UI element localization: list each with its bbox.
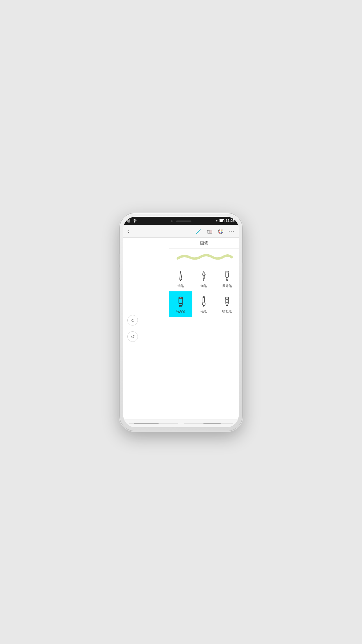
eraser-tool-button[interactable] (206, 228, 213, 235)
battery-icon (219, 219, 224, 222)
marker-icon (175, 296, 186, 307)
brush-item-ballpen[interactable]: 圆珠笔 (215, 266, 239, 291)
scroll-track-left[interactable] (129, 423, 178, 424)
bluetooth-icon: ✦ (215, 219, 218, 223)
pen-icon (198, 270, 209, 282)
brush-item-marker[interactable]: 马克笔 (169, 291, 192, 317)
brush-preview-area (169, 249, 239, 266)
pencil-icon (175, 270, 186, 282)
main-content: ↻ ↺ 画笔 (123, 238, 239, 419)
status-time: 11:25 (226, 219, 235, 223)
svg-point-31 (203, 305, 205, 307)
svg-point-37 (227, 305, 228, 306)
scroll-track-right[interactable] (184, 423, 233, 424)
svg-point-12 (221, 232, 222, 233)
svg-text:0: 0 (227, 300, 228, 302)
svg-rect-21 (226, 271, 229, 277)
toolbar-left: ‹ (127, 227, 132, 236)
back-button[interactable]: ‹ (127, 227, 132, 236)
toolbar: ‹ (123, 225, 239, 238)
eraser-icon (206, 228, 213, 235)
scroll-thumb-right (203, 423, 221, 424)
more-button[interactable]: ··· (229, 228, 235, 234)
svg-point-4 (134, 222, 135, 223)
panel-title: 画笔 (169, 238, 239, 249)
svg-rect-30 (203, 297, 205, 298)
brush-item-brush[interactable]: 毛笔 (192, 291, 216, 317)
phone-frame: ✦ 11:25 ‹ (120, 213, 242, 431)
bottom-scrollbars (123, 419, 239, 427)
brush-label-marker: 马克笔 (176, 309, 185, 314)
action-buttons: ↻ ↺ (127, 315, 138, 342)
brush-item-spray[interactable]: 0 喷枪笔 (215, 291, 239, 317)
svg-point-36 (226, 305, 227, 306)
brush-panel: 画笔 (169, 238, 239, 419)
undo-button[interactable]: ↺ (127, 331, 138, 342)
svg-rect-24 (226, 272, 229, 273)
palette-icon (217, 228, 224, 235)
redo-button[interactable]: ↻ (127, 315, 138, 326)
scroll-thumb-left (134, 423, 159, 424)
spray-icon: 0 (222, 296, 232, 307)
maobi-icon (198, 296, 209, 307)
brush-item-pen[interactable]: 钢笔 (192, 266, 216, 291)
phone-screen: ✦ 11:25 ‹ (123, 217, 239, 427)
canvas-area[interactable]: ↻ ↺ (123, 238, 169, 419)
svg-rect-33 (226, 297, 229, 300)
brush-label-spray: 喷枪笔 (222, 309, 232, 314)
palette-tool-button[interactable] (217, 228, 224, 235)
status-right-icons: ✦ 11:25 (215, 219, 235, 223)
svg-point-13 (219, 232, 220, 233)
svg-point-28 (180, 297, 181, 298)
svg-point-23 (227, 281, 227, 281)
undo-icon: ↺ (131, 334, 135, 340)
camera-dot (171, 220, 173, 222)
brush-stroke-preview (175, 252, 233, 262)
brush-icon (195, 228, 202, 235)
wifi-icon (133, 219, 137, 223)
svg-rect-7 (210, 230, 212, 233)
brush-label-pencil: 铅笔 (178, 284, 184, 288)
bezel-top (171, 220, 191, 222)
speaker-bar (176, 220, 191, 222)
svg-point-14 (220, 230, 222, 232)
status-left-icons (127, 219, 137, 223)
toolbar-right: ··· (195, 228, 235, 235)
doc-icon (127, 219, 131, 223)
brush-label-ballpen: 圆珠笔 (222, 284, 232, 288)
brush-item-pencil[interactable]: 铅笔 (169, 266, 192, 291)
ballpen-icon (222, 270, 232, 282)
brush-label-pen: 钢笔 (201, 284, 207, 288)
brush-label-brush: 毛笔 (201, 309, 207, 314)
brush-grid: 铅笔 钢笔 (169, 266, 239, 317)
brush-tool-button[interactable] (195, 228, 202, 235)
svg-rect-22 (226, 277, 228, 279)
redo-icon: ↻ (131, 318, 135, 323)
